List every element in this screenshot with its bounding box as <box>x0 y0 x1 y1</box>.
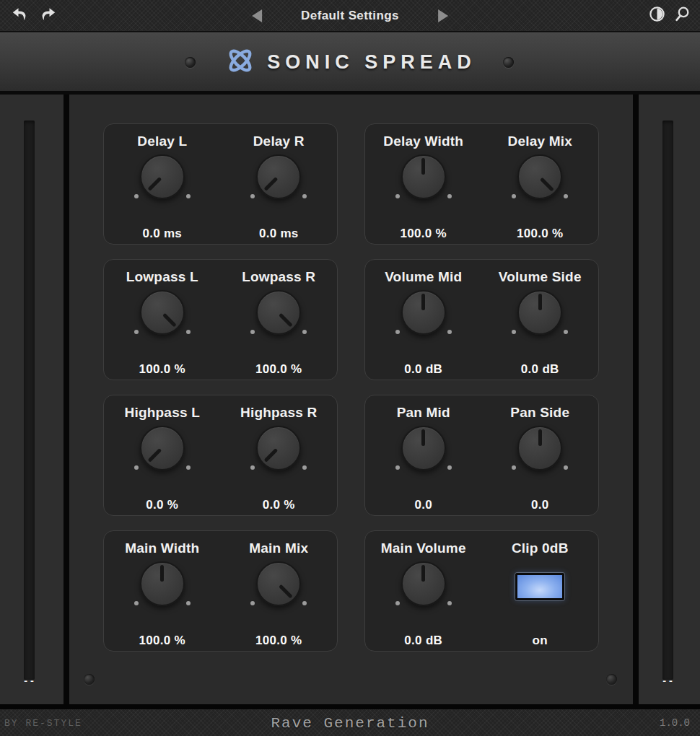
group-volume-mid-side: Volume Mid 0.0 dB Volume Side <box>364 259 599 380</box>
knob-area <box>224 561 333 610</box>
knob-max-dot <box>447 465 452 470</box>
left-meter-readout: -- <box>19 676 40 687</box>
knob-value: 0.0 dB <box>521 362 559 377</box>
knob-main-mix[interactable] <box>256 561 301 606</box>
knob-value: 100.0 % <box>517 227 563 241</box>
preset-navigator: Default Settings <box>247 0 453 31</box>
knob-value: 100.0 % <box>139 362 185 377</box>
knob-area <box>369 561 478 610</box>
knob-min-dot <box>395 330 400 334</box>
knob-max-dot <box>564 330 568 334</box>
group-main-width-mix: Main Width 100.0 % Main Mix <box>103 530 338 652</box>
clip-toggle-button[interactable] <box>515 573 564 600</box>
knob-main-volume[interactable] <box>401 561 446 606</box>
knob-area <box>369 426 478 475</box>
contrast-toggle-button[interactable] <box>647 6 667 25</box>
controls-panel: Delay L 0.0 ms Delay R <box>69 95 633 704</box>
knob-min-dot <box>512 465 516 470</box>
control-volume-side: Volume Side 0.0 dB <box>482 260 599 380</box>
orbit-x-logo-icon <box>224 44 257 80</box>
knob-volume-side[interactable] <box>517 290 562 335</box>
knob-value: 100.0 % <box>255 634 302 648</box>
knob-pan-side[interactable] <box>517 426 562 470</box>
knob-highpass-r[interactable] <box>256 426 301 470</box>
knob-delay-mix[interactable] <box>517 154 562 199</box>
group-highpass-lr: Highpass L 0.0 % Highpass R <box>103 395 338 516</box>
knob-lowpass-r[interactable] <box>256 290 301 335</box>
knob-highpass-l[interactable] <box>140 426 185 470</box>
knob-value: 0.0 dB <box>404 362 442 377</box>
knob-area <box>224 154 333 203</box>
group-delay-lr: Delay L 0.0 ms Delay R <box>103 123 338 245</box>
right-meter-panel: -- <box>639 95 700 704</box>
knob-min-dot <box>250 330 255 334</box>
knob-value: 100.0 % <box>255 362 302 377</box>
knob-main-width[interactable] <box>140 561 185 606</box>
knob-pointer <box>421 158 425 175</box>
control-lowpass-l: Lowpass L 100.0 % <box>104 260 221 380</box>
knob-pointer <box>421 565 425 582</box>
knob-max-dot <box>186 601 191 605</box>
knob-lowpass-l[interactable] <box>140 290 185 335</box>
knob-min-dot <box>395 465 400 470</box>
control-highpass-l: Highpass L 0.0 % <box>104 395 221 515</box>
toggle-area <box>486 561 594 610</box>
knob-pointer <box>279 584 294 598</box>
knob-pan-mid[interactable] <box>401 426 446 470</box>
knob-min-dot <box>134 465 139 470</box>
triangle-right-icon <box>438 9 448 22</box>
redo-icon <box>39 6 58 26</box>
knob-pointer <box>421 429 425 446</box>
magnifier-icon <box>673 5 691 26</box>
knob-min-dot <box>395 601 400 605</box>
knob-delay-width[interactable] <box>401 154 446 199</box>
knob-value: 100.0 % <box>401 227 447 241</box>
toggle-state: on <box>533 634 548 648</box>
knob-max-dot <box>186 194 191 198</box>
plugin-title: SONIC SPREAD <box>267 51 476 74</box>
group-lowpass-lr: Lowpass L 100.0 % Lowpass R <box>103 259 338 380</box>
top-right-controls <box>647 0 692 31</box>
knob-min-dot <box>134 330 139 334</box>
knob-pointer <box>541 177 555 191</box>
knob-max-dot <box>186 330 191 334</box>
toggle-label: Clip 0dB <box>512 540 569 556</box>
control-delay-l: Delay L 0.0 ms <box>104 124 221 244</box>
divider <box>633 95 639 704</box>
main-area: -- Delay L 0.0 ms Delay <box>0 95 700 709</box>
knob-area <box>486 426 594 475</box>
knob-delay-r[interactable] <box>256 154 301 199</box>
knob-label: Pan Side <box>510 405 569 421</box>
knob-min-dot <box>134 194 139 198</box>
knob-min-dot <box>250 465 255 470</box>
divider <box>64 95 69 704</box>
knob-max-dot <box>447 194 452 198</box>
group-delay-width-mix: Delay Width 100.0 % Delay Mix <box>364 123 599 245</box>
knob-pointer <box>148 448 162 463</box>
knob-label: Pan Mid <box>397 405 450 421</box>
knob-volume-mid[interactable] <box>401 290 446 335</box>
left-level-meter <box>24 121 35 680</box>
undo-button[interactable] <box>9 6 29 25</box>
knob-area <box>224 426 333 475</box>
knob-area <box>486 290 594 339</box>
knob-value: 0.0 <box>414 498 432 512</box>
knob-pointer <box>538 294 542 310</box>
knob-delay-l[interactable] <box>140 154 185 199</box>
zoom-button[interactable] <box>673 6 692 25</box>
next-preset-button[interactable] <box>434 6 453 25</box>
knob-min-dot <box>250 194 255 198</box>
screw-icon <box>84 674 95 685</box>
knob-pointer <box>538 429 542 446</box>
knob-min-dot <box>512 194 516 198</box>
preset-name[interactable]: Default Settings <box>301 9 399 23</box>
control-delay-mix: Delay Mix 100.0 % <box>482 124 599 244</box>
previous-preset-button[interactable] <box>247 6 266 25</box>
knob-area <box>369 154 478 203</box>
knob-area <box>108 561 216 610</box>
undo-icon <box>10 6 29 26</box>
redo-button[interactable] <box>38 6 58 25</box>
knob-max-dot <box>302 330 307 334</box>
knob-pointer <box>148 177 162 191</box>
knob-value: 0.0 dB <box>404 634 442 648</box>
